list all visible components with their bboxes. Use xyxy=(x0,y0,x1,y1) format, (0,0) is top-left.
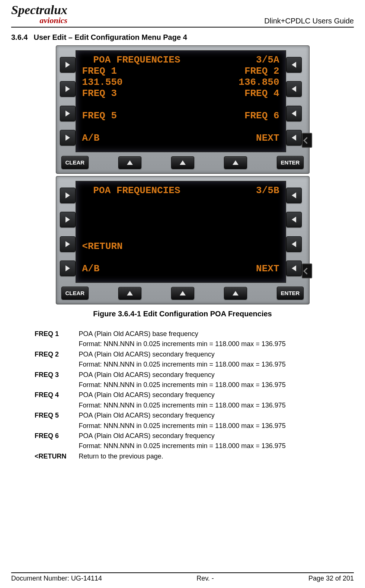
lsk-l1[interactable] xyxy=(60,57,76,73)
def-label: FREQ 1 xyxy=(34,329,78,339)
figure-caption: Figure 3.6.4-1 Edit Configuration POA Fr… xyxy=(93,310,272,318)
footer-right: Page 32 of 201 xyxy=(308,575,354,582)
lsk-l3[interactable] xyxy=(60,106,76,121)
clear-button-b[interactable]: CLEAR xyxy=(61,287,89,300)
page-header: Spectralux avionics Dlink+CPDLC Users Gu… xyxy=(11,4,354,28)
page-footer: Document Number: UG-14114 Rev. - Page 32… xyxy=(11,572,354,582)
def-format: Format: NNN.NNN in 0.025 increments min … xyxy=(79,441,286,451)
screen-title: POA FREQUENCIES xyxy=(93,55,180,66)
lsk-r2-b[interactable] xyxy=(286,212,302,227)
screen-page: 3/5A xyxy=(256,55,279,66)
logo-bottom: avionics xyxy=(11,16,67,25)
clear-button[interactable]: CLEAR xyxy=(61,156,89,169)
ab-label: A/B xyxy=(82,133,100,144)
freq6-label: FREQ 6 xyxy=(244,111,279,122)
up-button-3[interactable] xyxy=(224,156,247,169)
def-label: FREQ 2 xyxy=(34,350,78,359)
device-panel-b: POA FREQUENCIES3/5B <RETURN A/BNEXT xyxy=(56,176,310,304)
scroll-indicator-b xyxy=(302,181,312,283)
definitions-table: FREQ 1POA (Plain Old ACARS) base frequen… xyxy=(33,329,287,462)
def-label: FREQ 5 xyxy=(34,411,78,420)
right-softkeys-b xyxy=(286,181,302,283)
freq1-value: 131.550 xyxy=(82,77,123,88)
def-label: FREQ 4 xyxy=(34,390,78,400)
freq5-label: FREQ 5 xyxy=(82,111,117,122)
footer-left: Document Number: UG-14114 xyxy=(11,575,102,582)
up-button-1[interactable] xyxy=(118,156,141,169)
device-panel-a: POA FREQUENCIES3/5A FREQ 1FREQ 2 131.550… xyxy=(56,45,310,174)
screen-title-b: POA FREQUENCIES xyxy=(93,185,180,196)
def-label: FREQ 3 xyxy=(34,370,78,380)
screen-page-b: 3/5B xyxy=(256,185,279,196)
def-format: Format: NNN.NNN in 0.025 increments min … xyxy=(79,339,286,349)
def-desc: POA (Plain Old ACARS) secondary frequenc… xyxy=(79,411,286,420)
lsk-l3-b[interactable] xyxy=(60,236,76,252)
ab-label-b: A/B xyxy=(82,263,100,275)
scroll-indicator xyxy=(302,50,312,152)
lsk-r1[interactable] xyxy=(286,57,302,73)
def-format: Format: NNN.NNN in 0.025 increments min … xyxy=(79,380,286,390)
def-desc: POA (Plain Old ACARS) secondary frequenc… xyxy=(79,431,286,441)
section-title: User Edit – Edit Configuration Menu Page… xyxy=(33,33,187,41)
lsk-l4[interactable] xyxy=(60,130,76,146)
freq1-label: FREQ 1 xyxy=(82,66,117,77)
def-label: <RETURN xyxy=(34,452,78,461)
enter-button-b[interactable]: ENTER xyxy=(277,287,304,300)
right-softkeys xyxy=(286,50,302,152)
left-softkeys-b xyxy=(60,181,76,283)
up-button-1-b[interactable] xyxy=(118,287,141,300)
logo-top: Spectralux xyxy=(11,4,67,16)
def-label: FREQ 6 xyxy=(34,431,78,441)
footer-center: Rev. - xyxy=(196,575,214,582)
lsk-r4[interactable] xyxy=(286,130,302,146)
def-format: Format: NNN.NNN in 0.025 increments min … xyxy=(79,421,286,431)
def-desc: POA (Plain Old ACARS) secondary frequenc… xyxy=(79,390,286,400)
lsk-r3-b[interactable] xyxy=(286,236,302,252)
lsk-l2-b[interactable] xyxy=(60,212,76,227)
lsk-r1-b[interactable] xyxy=(286,188,302,203)
up-button-3-b[interactable] xyxy=(224,287,247,300)
up-button-2[interactable] xyxy=(171,156,194,169)
lsk-l4-b[interactable] xyxy=(60,261,76,276)
lsk-r2[interactable] xyxy=(286,81,302,97)
lsk-l2[interactable] xyxy=(60,81,76,97)
doc-title: Dlink+CPDLC Users Guide xyxy=(264,17,354,25)
lsk-l1-b[interactable] xyxy=(60,188,76,203)
def-format: Format: NNN.NNN in 0.025 increments min … xyxy=(79,401,286,410)
lsk-r4-b[interactable] xyxy=(286,261,302,276)
logo: Spectralux avionics xyxy=(11,4,67,25)
freq2-label: FREQ 2 xyxy=(244,66,279,77)
def-desc: Return to the previous page. xyxy=(79,452,286,461)
enter-button[interactable]: ENTER xyxy=(277,156,304,169)
freq4-label: FREQ 4 xyxy=(244,88,279,99)
freq3-label: FREQ 3 xyxy=(82,88,117,99)
next-label: NEXT xyxy=(256,133,279,144)
left-softkeys xyxy=(60,50,76,152)
def-format: Format: NNN.NNN in 0.025 increments min … xyxy=(79,360,286,369)
freq2-value: 136.850 xyxy=(238,77,279,88)
screen-b: POA FREQUENCIES3/5B <RETURN A/BNEXT xyxy=(76,181,286,283)
up-button-2-b[interactable] xyxy=(171,287,194,300)
screen-a: POA FREQUENCIES3/5A FREQ 1FREQ 2 131.550… xyxy=(76,50,286,152)
next-label-b: NEXT xyxy=(256,263,279,275)
def-desc: POA (Plain Old ACARS) secondary frequenc… xyxy=(79,370,286,380)
def-desc: POA (Plain Old ACARS) base frequency xyxy=(79,329,286,339)
def-desc: POA (Plain Old ACARS) secondary frequenc… xyxy=(79,350,286,359)
lsk-r3[interactable] xyxy=(286,106,302,121)
section-number: 3.6.4 xyxy=(11,33,28,41)
section-heading: 3.6.4User Edit – Edit Configuration Menu… xyxy=(11,33,354,42)
return-label: <RETURN xyxy=(82,241,123,252)
